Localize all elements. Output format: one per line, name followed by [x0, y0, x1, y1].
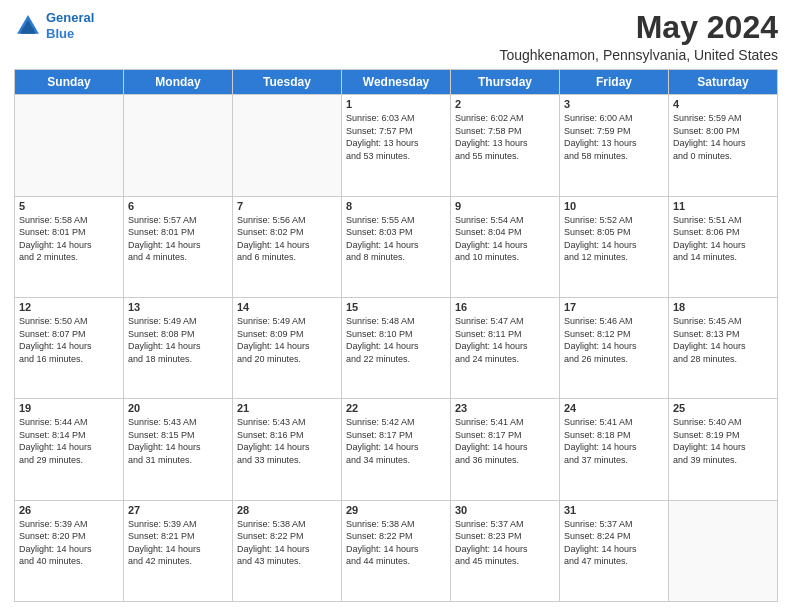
col-saturday: Saturday	[669, 70, 778, 95]
day-cell: 29Sunrise: 5:38 AM Sunset: 8:22 PM Dayli…	[342, 500, 451, 601]
day-cell: 27Sunrise: 5:39 AM Sunset: 8:21 PM Dayli…	[124, 500, 233, 601]
day-info: Sunrise: 6:00 AM Sunset: 7:59 PM Dayligh…	[564, 112, 664, 162]
calendar-header: Sunday Monday Tuesday Wednesday Thursday…	[15, 70, 778, 95]
day-number: 9	[455, 200, 555, 212]
week-row-2: 5Sunrise: 5:58 AM Sunset: 8:01 PM Daylig…	[15, 196, 778, 297]
day-cell	[124, 95, 233, 196]
day-info: Sunrise: 5:37 AM Sunset: 8:23 PM Dayligh…	[455, 518, 555, 568]
day-info: Sunrise: 5:39 AM Sunset: 8:21 PM Dayligh…	[128, 518, 228, 568]
day-cell	[15, 95, 124, 196]
day-cell: 11Sunrise: 5:51 AM Sunset: 8:06 PM Dayli…	[669, 196, 778, 297]
day-number: 8	[346, 200, 446, 212]
day-cell: 5Sunrise: 5:58 AM Sunset: 8:01 PM Daylig…	[15, 196, 124, 297]
day-cell: 17Sunrise: 5:46 AM Sunset: 8:12 PM Dayli…	[560, 297, 669, 398]
title-block: May 2024 Toughkenamon, Pennsylvania, Uni…	[499, 10, 778, 63]
day-cell	[233, 95, 342, 196]
day-number: 17	[564, 301, 664, 313]
day-info: Sunrise: 5:46 AM Sunset: 8:12 PM Dayligh…	[564, 315, 664, 365]
day-cell: 18Sunrise: 5:45 AM Sunset: 8:13 PM Dayli…	[669, 297, 778, 398]
day-cell: 24Sunrise: 5:41 AM Sunset: 8:18 PM Dayli…	[560, 399, 669, 500]
day-number: 18	[673, 301, 773, 313]
day-number: 6	[128, 200, 228, 212]
week-row-1: 1Sunrise: 6:03 AM Sunset: 7:57 PM Daylig…	[15, 95, 778, 196]
day-number: 29	[346, 504, 446, 516]
day-info: Sunrise: 5:39 AM Sunset: 8:20 PM Dayligh…	[19, 518, 119, 568]
day-number: 24	[564, 402, 664, 414]
day-number: 13	[128, 301, 228, 313]
day-number: 11	[673, 200, 773, 212]
day-number: 10	[564, 200, 664, 212]
logo-icon	[14, 12, 42, 40]
day-cell: 26Sunrise: 5:39 AM Sunset: 8:20 PM Dayli…	[15, 500, 124, 601]
logo: General Blue	[14, 10, 94, 41]
day-cell: 15Sunrise: 5:48 AM Sunset: 8:10 PM Dayli…	[342, 297, 451, 398]
day-number: 26	[19, 504, 119, 516]
day-info: Sunrise: 5:56 AM Sunset: 8:02 PM Dayligh…	[237, 214, 337, 264]
day-info: Sunrise: 5:47 AM Sunset: 8:11 PM Dayligh…	[455, 315, 555, 365]
col-friday: Friday	[560, 70, 669, 95]
day-info: Sunrise: 5:49 AM Sunset: 8:09 PM Dayligh…	[237, 315, 337, 365]
day-number: 27	[128, 504, 228, 516]
day-number: 28	[237, 504, 337, 516]
col-sunday: Sunday	[15, 70, 124, 95]
day-info: Sunrise: 5:42 AM Sunset: 8:17 PM Dayligh…	[346, 416, 446, 466]
day-cell: 4Sunrise: 5:59 AM Sunset: 8:00 PM Daylig…	[669, 95, 778, 196]
day-number: 5	[19, 200, 119, 212]
day-info: Sunrise: 5:59 AM Sunset: 8:00 PM Dayligh…	[673, 112, 773, 162]
day-number: 2	[455, 98, 555, 110]
day-info: Sunrise: 5:58 AM Sunset: 8:01 PM Dayligh…	[19, 214, 119, 264]
day-cell: 25Sunrise: 5:40 AM Sunset: 8:19 PM Dayli…	[669, 399, 778, 500]
day-cell: 28Sunrise: 5:38 AM Sunset: 8:22 PM Dayli…	[233, 500, 342, 601]
logo-general: General	[46, 10, 94, 25]
day-cell: 30Sunrise: 5:37 AM Sunset: 8:23 PM Dayli…	[451, 500, 560, 601]
week-row-4: 19Sunrise: 5:44 AM Sunset: 8:14 PM Dayli…	[15, 399, 778, 500]
day-cell: 6Sunrise: 5:57 AM Sunset: 8:01 PM Daylig…	[124, 196, 233, 297]
subtitle: Toughkenamon, Pennsylvania, United State…	[499, 47, 778, 63]
day-info: Sunrise: 5:50 AM Sunset: 8:07 PM Dayligh…	[19, 315, 119, 365]
day-info: Sunrise: 5:55 AM Sunset: 8:03 PM Dayligh…	[346, 214, 446, 264]
day-info: Sunrise: 5:43 AM Sunset: 8:15 PM Dayligh…	[128, 416, 228, 466]
day-info: Sunrise: 6:03 AM Sunset: 7:57 PM Dayligh…	[346, 112, 446, 162]
main-title: May 2024	[499, 10, 778, 45]
day-cell: 3Sunrise: 6:00 AM Sunset: 7:59 PM Daylig…	[560, 95, 669, 196]
logo-text: General Blue	[46, 10, 94, 41]
day-info: Sunrise: 5:49 AM Sunset: 8:08 PM Dayligh…	[128, 315, 228, 365]
col-monday: Monday	[124, 70, 233, 95]
day-number: 3	[564, 98, 664, 110]
day-info: Sunrise: 5:45 AM Sunset: 8:13 PM Dayligh…	[673, 315, 773, 365]
day-number: 20	[128, 402, 228, 414]
day-info: Sunrise: 5:57 AM Sunset: 8:01 PM Dayligh…	[128, 214, 228, 264]
week-row-5: 26Sunrise: 5:39 AM Sunset: 8:20 PM Dayli…	[15, 500, 778, 601]
day-info: Sunrise: 5:41 AM Sunset: 8:17 PM Dayligh…	[455, 416, 555, 466]
svg-rect-2	[22, 27, 34, 33]
day-cell: 2Sunrise: 6:02 AM Sunset: 7:58 PM Daylig…	[451, 95, 560, 196]
day-cell: 22Sunrise: 5:42 AM Sunset: 8:17 PM Dayli…	[342, 399, 451, 500]
day-cell	[669, 500, 778, 601]
day-cell: 9Sunrise: 5:54 AM Sunset: 8:04 PM Daylig…	[451, 196, 560, 297]
day-info: Sunrise: 5:38 AM Sunset: 8:22 PM Dayligh…	[237, 518, 337, 568]
day-cell: 16Sunrise: 5:47 AM Sunset: 8:11 PM Dayli…	[451, 297, 560, 398]
day-cell: 31Sunrise: 5:37 AM Sunset: 8:24 PM Dayli…	[560, 500, 669, 601]
day-cell: 19Sunrise: 5:44 AM Sunset: 8:14 PM Dayli…	[15, 399, 124, 500]
header: General Blue May 2024 Toughkenamon, Penn…	[14, 10, 778, 63]
day-number: 22	[346, 402, 446, 414]
day-info: Sunrise: 5:38 AM Sunset: 8:22 PM Dayligh…	[346, 518, 446, 568]
day-number: 21	[237, 402, 337, 414]
day-number: 16	[455, 301, 555, 313]
day-cell: 20Sunrise: 5:43 AM Sunset: 8:15 PM Dayli…	[124, 399, 233, 500]
day-cell: 10Sunrise: 5:52 AM Sunset: 8:05 PM Dayli…	[560, 196, 669, 297]
day-cell: 23Sunrise: 5:41 AM Sunset: 8:17 PM Dayli…	[451, 399, 560, 500]
day-number: 4	[673, 98, 773, 110]
day-info: Sunrise: 5:37 AM Sunset: 8:24 PM Dayligh…	[564, 518, 664, 568]
day-number: 1	[346, 98, 446, 110]
day-info: Sunrise: 5:41 AM Sunset: 8:18 PM Dayligh…	[564, 416, 664, 466]
day-cell: 12Sunrise: 5:50 AM Sunset: 8:07 PM Dayli…	[15, 297, 124, 398]
day-number: 19	[19, 402, 119, 414]
page: General Blue May 2024 Toughkenamon, Penn…	[0, 0, 792, 612]
day-cell: 8Sunrise: 5:55 AM Sunset: 8:03 PM Daylig…	[342, 196, 451, 297]
day-info: Sunrise: 5:40 AM Sunset: 8:19 PM Dayligh…	[673, 416, 773, 466]
day-number: 30	[455, 504, 555, 516]
day-number: 31	[564, 504, 664, 516]
col-thursday: Thursday	[451, 70, 560, 95]
header-row: Sunday Monday Tuesday Wednesday Thursday…	[15, 70, 778, 95]
